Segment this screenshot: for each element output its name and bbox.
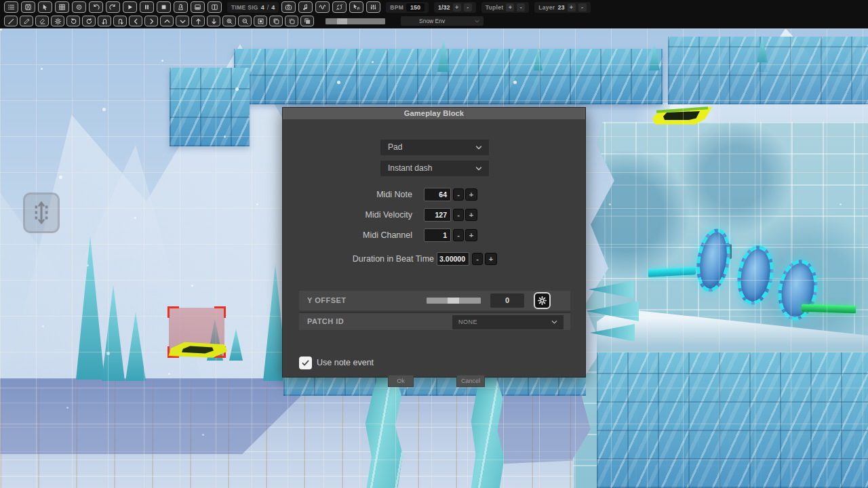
u-turn-right-icon <box>117 18 124 25</box>
pause-button[interactable] <box>140 1 154 13</box>
block-type-dropdown[interactable]: Pad <box>380 140 489 155</box>
use-note-event-checkbox[interactable] <box>299 357 312 369</box>
midi-channel-minus-button[interactable]: - <box>453 229 464 241</box>
layer-plus-button[interactable]: + <box>568 3 576 12</box>
rotate-cw-icon <box>85 18 93 25</box>
midi-note-field[interactable]: 64 <box>424 188 451 201</box>
y-offset-value[interactable]: 0 <box>490 293 524 308</box>
undo-button[interactable] <box>89 1 103 13</box>
midi-velocity-label: Midi Velocity <box>283 208 412 222</box>
split-vertical-button[interactable] <box>208 1 222 13</box>
copy-button[interactable] <box>269 16 283 26</box>
y-offset-row: Y OFFSET 0 <box>299 291 570 310</box>
ok-button[interactable]: Ok <box>388 375 414 387</box>
duration-minus-button[interactable]: - <box>472 253 483 265</box>
eraser-tool-button[interactable] <box>35 16 49 26</box>
duration-plus-button[interactable]: + <box>485 253 497 265</box>
duration-field[interactable]: 3.00000 <box>437 252 469 266</box>
midi-channel-row: Midi Channel 1 - + <box>283 228 587 243</box>
duplicate-button[interactable] <box>300 16 314 26</box>
division-plus-button[interactable]: + <box>453 3 461 12</box>
y-offset-settings-button[interactable] <box>534 292 551 309</box>
ice-block-cluster <box>170 68 250 146</box>
cancel-button[interactable]: Cancel <box>456 375 485 387</box>
layer-value[interactable]: 23 <box>557 4 564 11</box>
layer-minus-button[interactable]: - <box>578 3 587 12</box>
list-button[interactable] <box>4 1 18 13</box>
loop-button[interactable] <box>332 1 347 13</box>
patch-id-dropdown[interactable]: NONE <box>452 315 564 329</box>
selection-box-icon <box>257 18 264 25</box>
division-value[interactable]: 1/32 <box>438 4 450 11</box>
time-sig-numerator[interactable]: 4 <box>261 4 264 11</box>
u-turn-left-button[interactable] <box>98 16 111 26</box>
mixer-icon <box>370 3 377 11</box>
waveform-button[interactable] <box>315 1 330 13</box>
midi-velocity-plus-button[interactable]: + <box>465 209 477 221</box>
time-sig-denominator[interactable]: 4 <box>271 4 275 11</box>
zoom-out-button[interactable] <box>238 16 252 26</box>
tuplet-plus-button[interactable]: + <box>506 3 514 12</box>
zoom-in-button[interactable] <box>222 16 236 26</box>
settings-button[interactable] <box>51 16 64 26</box>
metronome-button[interactable] <box>174 1 188 13</box>
midi-channel-field[interactable]: 1 <box>424 228 451 242</box>
ice-block-ceiling-right <box>668 37 868 104</box>
note-cursor-button[interactable] <box>349 1 363 13</box>
tuplet-minus-button[interactable]: - <box>517 3 525 12</box>
waveform-icon <box>319 3 326 11</box>
nav-up-button[interactable] <box>160 16 174 26</box>
environment-dropdown[interactable]: Snow Env <box>401 16 484 26</box>
slider-handle[interactable] <box>337 18 347 24</box>
division-minus-button[interactable]: - <box>464 3 472 12</box>
split-horizontal-button[interactable] <box>191 1 205 13</box>
record-button[interactable] <box>72 1 86 13</box>
move-up-button[interactable] <box>191 16 205 26</box>
cursor-icon <box>41 3 49 11</box>
y-offset-slider-handle[interactable] <box>448 298 459 304</box>
ice-spike <box>534 47 542 70</box>
redo-button[interactable] <box>106 1 120 13</box>
camera-icon <box>285 3 292 11</box>
paste-button[interactable] <box>285 16 298 26</box>
midi-note-minus-button[interactable]: - <box>453 188 464 201</box>
line-tool-button[interactable] <box>4 16 18 26</box>
mixer-overlay-button[interactable] <box>23 192 60 233</box>
stop-button[interactable] <box>157 1 171 13</box>
move-down-button[interactable] <box>207 16 220 26</box>
y-offset-slider[interactable] <box>427 298 481 304</box>
save-button[interactable] <box>21 1 35 13</box>
grid-button[interactable] <box>55 1 69 13</box>
split-horizontal-icon <box>194 3 201 11</box>
midi-channel-plus-button[interactable]: + <box>465 229 477 241</box>
selection-box-button[interactable] <box>254 16 267 26</box>
line-tool-icon <box>7 18 15 25</box>
midi-note-plus-button[interactable]: + <box>465 188 477 201</box>
record-icon <box>75 3 83 11</box>
play-button[interactable] <box>123 1 137 13</box>
rotate-ccw-button[interactable] <box>66 16 80 26</box>
toolbar-row-1: TIME SIG 4 / 4 BPM 150 1/32 + - Tuplet <box>0 0 868 14</box>
note-button[interactable] <box>298 1 313 13</box>
patch-id-label: PATCH ID <box>307 313 344 330</box>
block-behavior-dropdown[interactable]: Instant dash <box>380 161 489 176</box>
zoom-out-icon <box>241 18 249 25</box>
nav-down-button[interactable] <box>176 16 189 26</box>
bpm-value[interactable]: 150 <box>406 3 425 12</box>
chevron-up-icon <box>163 18 171 25</box>
rotate-cw-button[interactable] <box>82 16 96 26</box>
midi-velocity-field[interactable]: 127 <box>424 208 451 222</box>
toolbar-slider[interactable] <box>326 18 385 24</box>
chevron-down-icon <box>475 144 483 152</box>
camera-button[interactable] <box>281 1 296 13</box>
midi-velocity-minus-button[interactable]: - <box>453 209 464 221</box>
pencil-tool-button[interactable] <box>20 16 33 26</box>
midi-channel-label: Midi Channel <box>283 228 412 243</box>
nav-right-button[interactable] <box>144 16 158 26</box>
yellow-pad-platform <box>652 106 712 126</box>
midi-note-label: Midi Note <box>283 188 412 202</box>
mixer-button[interactable] <box>366 1 380 13</box>
select-tool-button[interactable] <box>38 1 52 13</box>
nav-left-button[interactable] <box>129 16 142 26</box>
u-turn-right-button[interactable] <box>113 16 127 26</box>
